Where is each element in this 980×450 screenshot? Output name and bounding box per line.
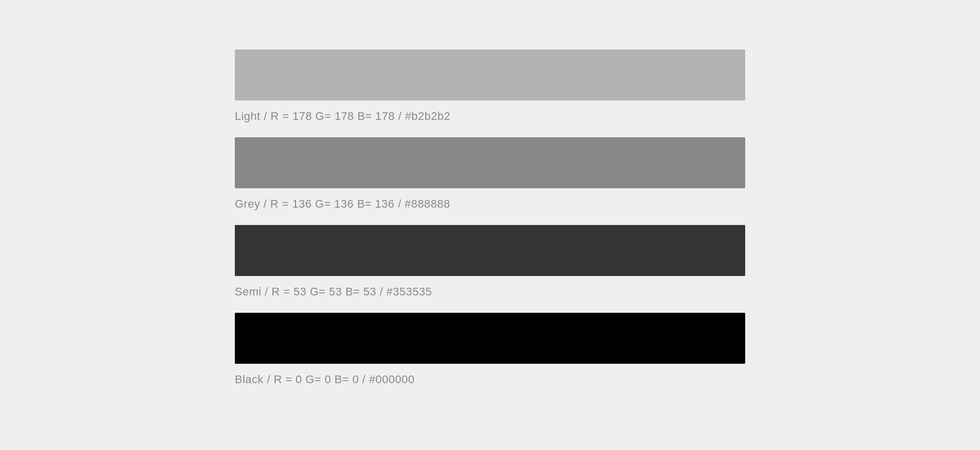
color-entry-black: Black / R = 0 G= 0 B= 0 / #000000 bbox=[235, 313, 745, 401]
palette-container: Light / R = 178 G= 178 B= 178 / #b2b2b2G… bbox=[235, 49, 745, 401]
color-swatch-light bbox=[235, 49, 745, 101]
color-swatch-semi bbox=[235, 225, 745, 276]
color-label-grey: Grey / R = 136 G= 136 B= 136 / #888888 bbox=[235, 188, 745, 225]
color-label-semi: Semi / R = 53 G= 53 B= 53 / #353535 bbox=[235, 276, 745, 313]
color-swatch-grey bbox=[235, 137, 745, 188]
color-swatch-black bbox=[235, 313, 745, 364]
color-entry-semi: Semi / R = 53 G= 53 B= 53 / #353535 bbox=[235, 225, 745, 313]
color-label-light: Light / R = 178 G= 178 B= 178 / #b2b2b2 bbox=[235, 101, 745, 137]
color-label-black: Black / R = 0 G= 0 B= 0 / #000000 bbox=[235, 364, 745, 401]
color-entry-light: Light / R = 178 G= 178 B= 178 / #b2b2b2 bbox=[235, 49, 745, 137]
color-entry-grey: Grey / R = 136 G= 136 B= 136 / #888888 bbox=[235, 137, 745, 225]
